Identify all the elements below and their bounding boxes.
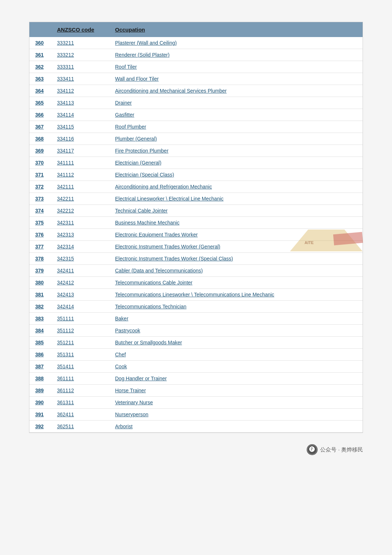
code-link[interactable]: 342411 <box>57 268 74 274</box>
occupation-link[interactable]: Arborist <box>115 424 132 429</box>
row-number-link[interactable]: 373 <box>35 196 44 202</box>
row-number-link[interactable]: 386 <box>35 352 44 357</box>
occupation-link[interactable]: Electronic Instrument Trades Worker (Spe… <box>115 256 233 262</box>
row-number-link[interactable]: 381 <box>35 292 44 297</box>
code-link[interactable]: 334116 <box>57 136 74 142</box>
occupation-link[interactable]: Electrician (Special Class) <box>115 172 174 178</box>
occupation-link[interactable]: Plumber (General) <box>115 136 157 142</box>
row-number-link[interactable]: 367 <box>35 124 44 130</box>
code-link[interactable]: 351111 <box>57 316 74 321</box>
code-link[interactable]: 342311 <box>57 220 74 226</box>
occupation-link[interactable]: Telecommunications Technician <box>115 304 187 309</box>
code-link[interactable]: 334115 <box>57 124 74 130</box>
code-link[interactable]: 362511 <box>57 424 74 429</box>
code-link[interactable]: 361311 <box>57 400 74 405</box>
occupation-link[interactable]: Dog Handler or Trainer <box>115 376 167 381</box>
occupation-link[interactable]: Airconditioning and Refrigeration Mechan… <box>115 184 212 190</box>
anzsco-code-link[interactable]: ANZSCO code <box>57 27 94 33</box>
code-link[interactable]: 341112 <box>57 172 74 178</box>
row-number-link[interactable]: 360 <box>35 40 44 46</box>
row-number-link[interactable]: 390 <box>35 400 44 405</box>
occupation-link[interactable]: Cabler (Data and Telecommunications) <box>115 268 203 274</box>
occupation-link[interactable]: Roof Tiler <box>115 64 137 70</box>
occupation-link[interactable]: Nurseryperson <box>115 412 148 417</box>
occupation-link[interactable]: Roof Plumber <box>115 124 146 130</box>
code-link[interactable]: 351211 <box>57 340 74 345</box>
code-link[interactable]: 333411 <box>57 76 74 82</box>
occupation-link[interactable]: Renderer (Solid Plaster) <box>115 52 170 58</box>
occupation-link[interactable]: Wall and Floor Tiler <box>115 76 159 82</box>
occupation-link[interactable]: Electrician (General) <box>115 160 162 166</box>
row-number-link[interactable]: 368 <box>35 136 44 142</box>
row-number-link[interactable]: 366 <box>35 112 44 118</box>
code-link[interactable]: 342313 <box>57 232 74 238</box>
occupation-link[interactable]: Pastrycook <box>115 328 140 333</box>
code-link[interactable]: 342412 <box>57 280 74 285</box>
occupation-link[interactable]: Horse Trainer <box>115 388 146 393</box>
row-number-link[interactable]: 364 <box>35 88 44 94</box>
row-number-link[interactable]: 380 <box>35 280 44 285</box>
row-number-link[interactable]: 365 <box>35 100 44 106</box>
code-link[interactable]: 351311 <box>57 352 74 357</box>
occupation-link[interactable]: Veterinary Nurse <box>115 400 153 405</box>
occupation-link[interactable]: Cook <box>115 364 127 369</box>
row-number-link[interactable]: 363 <box>35 76 44 82</box>
code-link[interactable]: 342111 <box>57 184 74 190</box>
occupation-link[interactable]: Chef <box>115 352 126 357</box>
row-number-link[interactable]: 371 <box>35 172 44 178</box>
code-link[interactable]: 342315 <box>57 256 74 262</box>
row-number-link[interactable]: 361 <box>35 52 44 58</box>
row-number-link[interactable]: 387 <box>35 364 44 369</box>
code-link[interactable]: 361112 <box>57 388 74 393</box>
code-link[interactable]: 342314 <box>57 244 74 250</box>
row-number-link[interactable]: 383 <box>35 316 44 321</box>
row-number-link[interactable]: 374 <box>35 208 44 214</box>
occupation-link[interactable]: Telecommunications Linesworker \ Telecom… <box>115 292 274 297</box>
occupation-link[interactable]: Plasterer (Wall and Ceiling) <box>115 40 177 46</box>
row-number-link[interactable]: 382 <box>35 304 44 309</box>
code-link[interactable]: 334117 <box>57 148 74 154</box>
code-link[interactable]: 333212 <box>57 52 74 58</box>
code-link[interactable]: 351112 <box>57 328 74 333</box>
code-link[interactable]: 333311 <box>57 64 74 70</box>
code-link[interactable]: 362411 <box>57 412 74 417</box>
row-number-link[interactable]: 375 <box>35 220 44 226</box>
occupation-link[interactable]: Electrical Linesworker \ Electrical Line… <box>115 196 224 202</box>
code-link[interactable]: 334113 <box>57 100 74 106</box>
code-link[interactable]: 361111 <box>57 376 74 381</box>
code-link[interactable]: 341111 <box>57 160 74 166</box>
code-link[interactable]: 342211 <box>57 196 74 202</box>
row-number-link[interactable]: 377 <box>35 244 44 250</box>
occupation-link[interactable]: Butcher or Smallgoods Maker <box>115 340 182 345</box>
occupation-link[interactable]: Business Machine Mechanic <box>115 220 179 226</box>
occupation-link[interactable]: Baker <box>115 316 128 321</box>
row-number-link[interactable]: 384 <box>35 328 44 333</box>
row-number-link[interactable]: 372 <box>35 184 44 190</box>
code-link[interactable]: 351411 <box>57 364 74 369</box>
code-link[interactable]: 333211 <box>57 40 74 46</box>
row-number-link[interactable]: 388 <box>35 376 44 381</box>
row-number-link[interactable]: 370 <box>35 160 44 166</box>
code-link[interactable]: 334114 <box>57 112 74 118</box>
occupation-link[interactable]: Electronic Instrument Trades Worker (Gen… <box>115 244 220 250</box>
occupation-link[interactable]: Telecommunications Cable Jointer <box>115 280 192 285</box>
code-link[interactable]: 342212 <box>57 208 74 214</box>
occupation-link[interactable]: Fire Protection Plumber <box>115 148 168 154</box>
code-link[interactable]: 342413 <box>57 292 74 297</box>
row-number-link[interactable]: 391 <box>35 412 44 417</box>
occupation-link[interactable]: Gasfitter <box>115 112 134 118</box>
row-number-link[interactable]: 385 <box>35 340 44 345</box>
code-link[interactable]: 334112 <box>57 88 74 94</box>
row-number-link[interactable]: 369 <box>35 148 44 154</box>
row-number-link[interactable]: 362 <box>35 64 44 70</box>
code-link[interactable]: 342414 <box>57 304 74 309</box>
row-number-link[interactable]: 392 <box>35 424 44 429</box>
row-number-link[interactable]: 376 <box>35 232 44 238</box>
occupation-link[interactable]: Drainer <box>115 100 132 106</box>
row-number-link[interactable]: 378 <box>35 256 44 262</box>
occupation-link[interactable]: Airconditioning and Mechanical Services … <box>115 88 226 94</box>
occupation-link[interactable]: Electronic Equipment Trades Worker <box>115 232 198 238</box>
occupation-link[interactable]: Technical Cable Jointer <box>115 208 168 214</box>
row-number-link[interactable]: 389 <box>35 388 44 393</box>
row-number-link[interactable]: 379 <box>35 268 44 274</box>
